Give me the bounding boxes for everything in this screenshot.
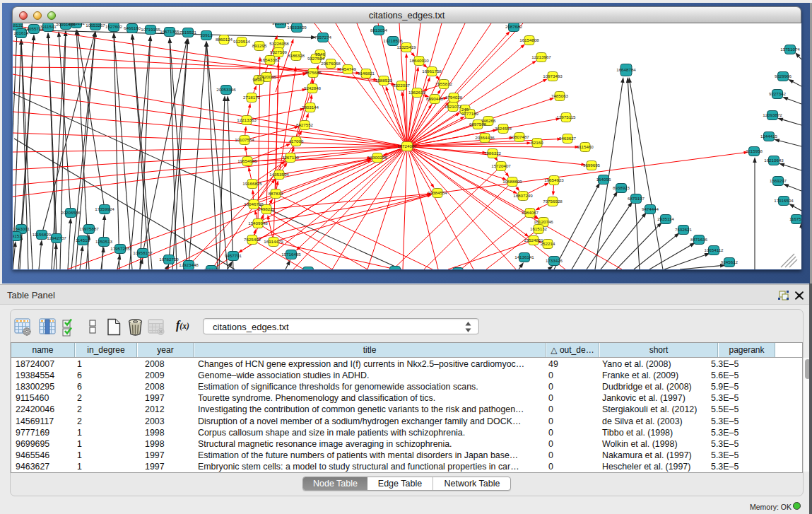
svg-text:9474444: 9474444 [642,206,659,211]
svg-text:9777169: 9777169 [461,111,479,116]
svg-text:10958167: 10958167 [133,250,153,255]
svg-text:7515521: 7515521 [180,30,197,35]
svg-text:16120746: 16120746 [534,219,553,224]
svg-text:9146821: 9146821 [358,71,375,76]
svg-text:2935114: 2935114 [657,216,674,221]
svg-text:129234: 129234 [204,267,219,269]
svg-text:9227342: 9227342 [769,91,787,96]
svg-text:201614: 201614 [14,30,29,35]
svg-text:17957255: 17957255 [110,246,130,251]
svg-text:9329966: 9329966 [775,74,792,78]
svg-text:8813054: 8813054 [370,28,388,33]
svg-text:18132: 18132 [13,23,23,28]
svg-text:12213363: 12213363 [237,117,257,122]
svg-text:79756928: 79756928 [543,199,563,204]
svg-text:1244415: 1244415 [760,134,778,139]
svg-text:16782: 16782 [302,269,314,269]
svg-text:10688609: 10688609 [502,179,522,184]
svg-text:3215958: 3215958 [746,148,763,153]
svg-text:8322037: 8322037 [393,83,411,88]
svg-text:1498222: 1498222 [258,206,276,211]
svg-text:124021: 124021 [388,268,403,269]
svg-text:20206556: 20206556 [61,210,81,215]
svg-text:10973493: 10973493 [543,74,563,78]
svg-text:2984067: 2984067 [522,210,539,215]
svg-text:19166825: 19166825 [242,181,262,186]
svg-text:16543382: 16543382 [260,57,280,62]
svg-text:7357274: 7357274 [314,35,332,40]
svg-text:19654985: 19654985 [237,158,257,163]
svg-text:10107554: 10107554 [235,137,254,142]
svg-text:3624554: 3624554 [495,126,512,131]
svg-text:8990448: 8990448 [426,96,444,101]
svg-text:9242848: 9242848 [304,86,322,90]
svg-text:8427552: 8427552 [296,122,314,127]
svg-text:1063151: 1063151 [68,23,86,25]
svg-text:7632621: 7632621 [675,227,693,232]
svg-text:8454749: 8454749 [339,66,357,71]
svg-text:18724007: 18724007 [397,144,417,148]
svg-text:10653267: 10653267 [86,23,105,28]
svg-text:19975887: 19975887 [79,226,99,231]
svg-text:1527602: 1527602 [105,24,123,29]
svg-text:6897568: 6897568 [469,122,487,127]
svg-text:17016504: 17016504 [774,198,794,203]
svg-text:9327509: 9327509 [270,49,288,54]
svg-text:9115460: 9115460 [577,144,594,149]
svg-text:252214: 252214 [541,241,555,246]
svg-text:9245612: 9245612 [721,259,739,264]
svg-text:3875685: 3875685 [305,70,322,75]
svg-text:1843001: 1843001 [13,226,30,231]
svg-text:3267130: 3267130 [282,155,300,160]
svg-text:164095: 164095 [596,177,611,182]
svg-text:16033809: 16033809 [287,25,307,30]
svg-text:7485063: 7485063 [551,93,569,98]
svg-text:53226058: 53226058 [269,41,289,46]
svg-text:14353594: 14353594 [269,172,289,177]
svg-text:10046798: 10046798 [244,201,264,206]
svg-text:20364436: 20364436 [475,135,495,140]
svg-text:39151: 39151 [13,233,22,238]
svg-text:16961758: 16961758 [422,69,442,74]
svg-text:16648784: 16648784 [616,67,636,72]
svg-text:17359924: 17359924 [95,206,114,211]
svg-text:98961: 98961 [252,77,265,82]
svg-text:18640910: 18640910 [409,58,429,63]
svg-text:29676068: 29676068 [321,61,341,66]
svg-text:15716485: 15716485 [281,252,301,257]
svg-text:15720407: 15720407 [491,163,511,168]
svg-text:10654112: 10654112 [704,247,724,252]
svg-text:1362615: 1362615 [408,90,426,95]
svg-text:1615132: 1615132 [530,226,548,231]
svg-text:9327504: 9327504 [307,56,325,61]
svg-text:8860124: 8860124 [216,37,233,42]
svg-text:10807487: 10807487 [510,134,529,139]
svg-text:8938923: 8938923 [613,185,630,190]
svg-text:10719155: 10719155 [141,27,160,32]
svg-text:20913: 20913 [200,33,213,37]
svg-text:7955812: 7955812 [435,81,453,86]
svg-text:6794028: 6794028 [445,95,463,100]
svg-text:9699695: 9699695 [583,163,601,168]
svg-text:3911541: 3911541 [40,24,57,29]
svg-text:12975115: 12975115 [556,115,576,119]
svg-text:1250513: 1250513 [95,239,113,244]
svg-text:16210643: 16210643 [764,158,784,163]
svg-text:18300295: 18300295 [367,155,387,160]
svg-text:15409948: 15409948 [248,221,268,226]
svg-text:2087682: 2087682 [505,24,523,29]
svg-text:1621072: 1621072 [445,104,462,109]
svg-text:417006: 417006 [289,139,304,144]
svg-text:1588520: 1588520 [375,78,393,83]
svg-text:19218506: 19218506 [383,38,403,43]
svg-text:114519: 114519 [76,238,90,243]
svg-text:12213967: 12213967 [531,54,551,59]
svg-text:12093872: 12093872 [763,112,782,117]
svg-text:19654923: 19654923 [544,177,564,182]
svg-text:7986322: 7986322 [484,151,502,156]
svg-text:7625402: 7625402 [244,237,261,242]
svg-text:1569297: 1569297 [770,178,787,183]
svg-text:18807249: 18807249 [513,193,533,198]
svg-text:1733426: 1733426 [546,258,563,263]
svg-text:19384554: 19384554 [428,190,447,195]
